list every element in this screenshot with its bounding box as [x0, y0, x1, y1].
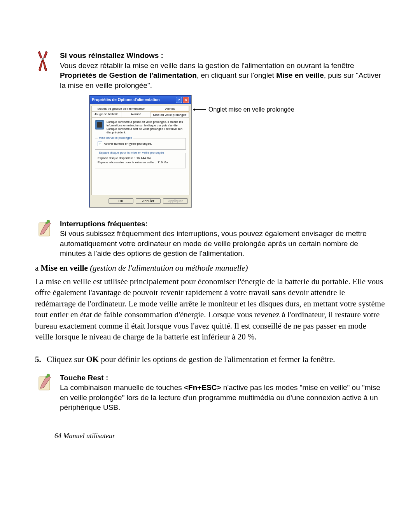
- disk-free-line: Espace disque disponible : 16 444 Mo: [98, 156, 183, 160]
- section-standby-title: a Mise en veille (gestion de l'alimentat…: [35, 263, 385, 273]
- callout-arrow: [194, 109, 206, 110]
- svg-point-6: [46, 376, 48, 378]
- dialog-title: Propriétés de Options d'alimentation: [92, 98, 160, 102]
- enable-hibernate-checkbox[interactable]: ✓: [98, 142, 102, 146]
- step-number: 5.: [35, 354, 47, 365]
- power-options-dialog: Propriétés de Options d'alimentation ? ×…: [89, 95, 191, 207]
- callout-label: Onglet mise en velle prolongée: [208, 106, 294, 113]
- manual-page: Si vous réinstallez Windows : Vous devez…: [0, 0, 420, 464]
- tab-power-schemes[interactable]: Modes de gestion de l'alimentation: [92, 106, 151, 111]
- dialog-tabs: Modes de gestion de l'alimentation Alert…: [91, 106, 189, 195]
- close-icon[interactable]: ×: [183, 97, 189, 103]
- cancel-button[interactable]: Annuler: [136, 198, 161, 204]
- note-rest-key: Touche Rest : La combinaison manuelle de…: [35, 373, 385, 413]
- enable-hibernate-label: Activer la mise en veille prolongée.: [104, 142, 152, 145]
- disk-req-line: Espace nécessaire pour la mise en veille…: [98, 161, 183, 164]
- note-interruptions-title: Interruptions fréquentes:: [60, 220, 148, 228]
- note-reinstall: Si vous réinstallez Windows : Vous devez…: [35, 51, 385, 91]
- tab-content: Lorsque l'ordinateur passe en veille pro…: [92, 118, 189, 193]
- dialog-titlebar: Propriétés de Options d'alimentation ? ×: [90, 96, 191, 104]
- fieldset-disk-space: Espace disque pour la mise en veille pro…: [95, 153, 186, 168]
- step-5: 5. Cliquez sur OK pour définir les optio…: [35, 354, 385, 365]
- standby-body-text: La mise en veille est utilisée principal…: [35, 276, 385, 342]
- callout-hibernate-tab: Onglet mise en velle prolongée: [194, 106, 294, 113]
- note-interruptions: Interruptions fréquentes: Si vous subiss…: [35, 219, 385, 259]
- apply-button[interactable]: Appliquer: [163, 198, 188, 204]
- pencil-note-icon: [35, 219, 54, 238]
- note-rest-key-text: Touche Rest : La combinaison manuelle de…: [60, 373, 385, 413]
- dialog-button-row: OK Annuler Appliquer: [90, 197, 191, 207]
- page-number: 64: [54, 432, 61, 440]
- svg-point-3: [46, 222, 48, 224]
- pencil-note-icon-2: [35, 373, 54, 392]
- fieldset-hibernate-legend: Mise en veille prolongée: [98, 136, 133, 140]
- note-reinstall-text: Si vous réinstallez Windows : Vous devez…: [60, 51, 385, 91]
- ok-button[interactable]: OK: [108, 198, 133, 204]
- tab-alerts[interactable]: Alertes: [151, 106, 189, 111]
- tab-battery-gauge[interactable]: Jauge de batterie: [92, 112, 121, 117]
- note-reinstall-title: Si vous réinstallez Windows :: [60, 51, 163, 59]
- tab-advanced[interactable]: Avancé: [121, 112, 151, 117]
- hibernate-info-text: Lorsque l'ordinateur passe en veille pro…: [107, 120, 186, 134]
- pliers-icon: [35, 51, 54, 73]
- step-text: Cliquez sur OK pour définir les options …: [47, 354, 335, 365]
- dialog-wrap: Propriétés de Options d'alimentation ? ×…: [89, 95, 385, 207]
- footer-label: Manuel utilisateur: [61, 432, 115, 440]
- fieldset-hibernate: Mise en veille prolongée ✓ Activer la mi…: [95, 138, 186, 150]
- page-footer: 64 Manuel utilisateur: [35, 432, 385, 440]
- note-interruptions-text: Interruptions fréquentes: Si vous subiss…: [60, 219, 385, 259]
- monitor-icon: [95, 120, 104, 129]
- tab-hibernate[interactable]: Mise en veille prolongée: [151, 112, 189, 117]
- fieldset-disk-legend: Espace disque pour la mise en veille pro…: [98, 151, 165, 154]
- help-icon[interactable]: ?: [176, 97, 182, 103]
- note-rest-title: Touche Rest :: [60, 374, 108, 382]
